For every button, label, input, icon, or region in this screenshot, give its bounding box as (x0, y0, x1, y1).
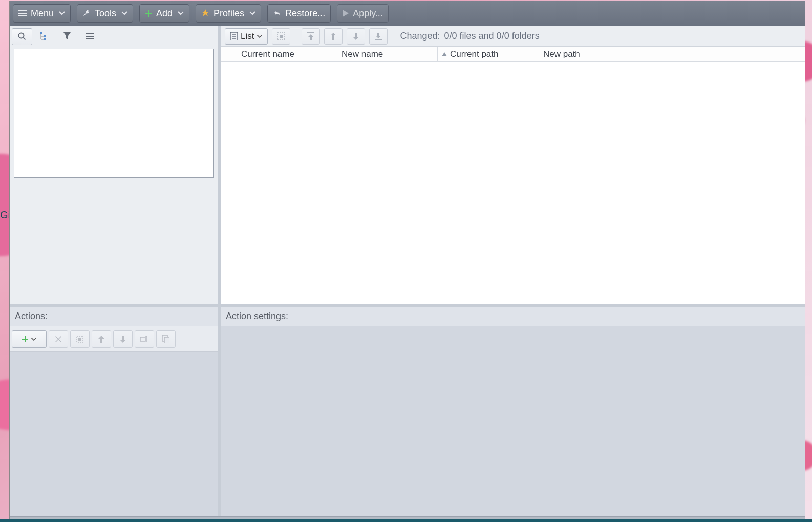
column-label: New name (341, 49, 383, 59)
filter-icon (63, 32, 71, 40)
table-header: Current name New name Current path New p… (221, 47, 805, 62)
plus-icon (22, 336, 28, 342)
list-view-button[interactable] (79, 28, 100, 45)
profiles-label: Profiles (213, 8, 244, 19)
menubar: Menu Tools Add (10, 1, 805, 26)
svg-point-0 (19, 33, 24, 38)
app-window: Menu Tools Add (9, 1, 805, 521)
menu-button[interactable]: Menu (13, 4, 71, 23)
svg-rect-6 (280, 35, 283, 38)
column-new-path[interactable]: New path (539, 47, 639, 61)
star-icon (201, 9, 209, 17)
svg-rect-9 (140, 337, 145, 341)
rename-action-button[interactable] (135, 330, 154, 348)
undo-icon (273, 10, 281, 17)
list-icon (86, 33, 94, 40)
select-icon (76, 336, 83, 343)
file-list-box[interactable] (14, 49, 214, 178)
chevron-down-icon (178, 11, 184, 15)
arrow-up-icon (330, 32, 337, 40)
arrow-top-icon (307, 32, 314, 40)
changed-status: Changed: 0/0 files and 0/0 folders (400, 31, 539, 41)
restore-label: Restore... (285, 8, 325, 19)
remove-action-button[interactable] (49, 330, 68, 348)
changed-value: 0/0 files and 0/0 folders (444, 31, 540, 41)
wrench-icon (82, 9, 91, 17)
arrow-up-icon (98, 336, 104, 343)
add-button[interactable]: Add (139, 4, 189, 23)
tools-label: Tools (95, 8, 116, 19)
apply-label: Apply... (353, 8, 383, 19)
taskbar-edge (0, 519, 812, 522)
svg-rect-8 (78, 338, 81, 341)
sort-indicator-icon (442, 52, 447, 56)
folder-tree-button[interactable] (34, 28, 55, 45)
select-all-button[interactable] (272, 28, 290, 45)
column-label: Current name (241, 49, 294, 59)
move-action-up-button[interactable] (92, 330, 111, 348)
svg-rect-11 (164, 337, 169, 343)
hamburger-icon (18, 10, 27, 17)
actions-title-label: Actions: (15, 311, 48, 322)
play-icon (343, 10, 349, 17)
move-down-button[interactable] (347, 28, 365, 45)
right-panel: List (221, 26, 805, 304)
top-split: List (10, 26, 805, 307)
settings-panel: Action settings: (221, 307, 805, 516)
left-toolbar (10, 26, 218, 47)
move-action-down-button[interactable] (113, 330, 133, 348)
restore-button[interactable]: Restore... (267, 4, 331, 23)
column-label: Current path (450, 49, 499, 59)
tools-button[interactable]: Tools (77, 4, 133, 23)
copy-icon (162, 335, 169, 343)
profiles-button[interactable]: Profiles (196, 4, 261, 23)
list-mode-label: List (241, 31, 254, 41)
settings-title-label: Action settings: (226, 311, 288, 322)
select-all-icon (277, 32, 285, 40)
settings-title: Action settings: (221, 307, 805, 326)
copy-action-button[interactable] (156, 330, 176, 348)
list-mode-dropdown[interactable]: List (225, 28, 268, 45)
chevron-down-icon (59, 11, 65, 15)
chevron-down-icon (121, 11, 127, 15)
chevron-down-icon (31, 338, 36, 341)
column-current-name[interactable]: Current name (237, 47, 337, 61)
menu-label: Menu (31, 8, 54, 19)
column-label: New path (543, 49, 580, 59)
svg-rect-1 (40, 32, 42, 34)
plus-icon (145, 10, 152, 17)
move-up-button[interactable] (324, 28, 343, 45)
column-current-path[interactable]: Current path (438, 47, 539, 61)
actions-list[interactable] (10, 352, 218, 516)
column-new-name[interactable]: New name (337, 47, 438, 61)
x-icon (55, 336, 61, 342)
chevron-down-icon (257, 35, 262, 38)
table-body[interactable] (221, 62, 805, 304)
select-action-button[interactable] (70, 330, 90, 348)
move-top-button[interactable] (302, 28, 320, 45)
actions-panel: Actions: (10, 307, 221, 516)
bottom-split: Actions: (10, 307, 805, 516)
search-icon (18, 32, 26, 40)
settings-body (221, 326, 805, 516)
filter-button[interactable] (57, 28, 77, 45)
add-action-button[interactable] (12, 330, 47, 348)
apply-button[interactable]: Apply... (337, 4, 389, 23)
move-bottom-button[interactable] (369, 28, 388, 45)
arrow-down-icon (120, 336, 126, 343)
tree-icon (40, 32, 49, 40)
actions-title: Actions: (10, 307, 218, 326)
page-icon (230, 32, 238, 40)
actions-toolbar (10, 326, 218, 352)
content-area: List (10, 26, 805, 520)
search-button[interactable] (12, 28, 32, 45)
left-panel (10, 26, 221, 304)
svg-rect-3 (44, 38, 46, 40)
right-toolbar: List (221, 26, 805, 47)
column-checkbox[interactable] (221, 47, 237, 61)
add-label: Add (156, 8, 173, 19)
rename-icon (140, 336, 148, 342)
svg-rect-2 (44, 35, 46, 37)
arrow-bottom-icon (375, 32, 382, 40)
changed-label-text: Changed: (400, 31, 440, 41)
